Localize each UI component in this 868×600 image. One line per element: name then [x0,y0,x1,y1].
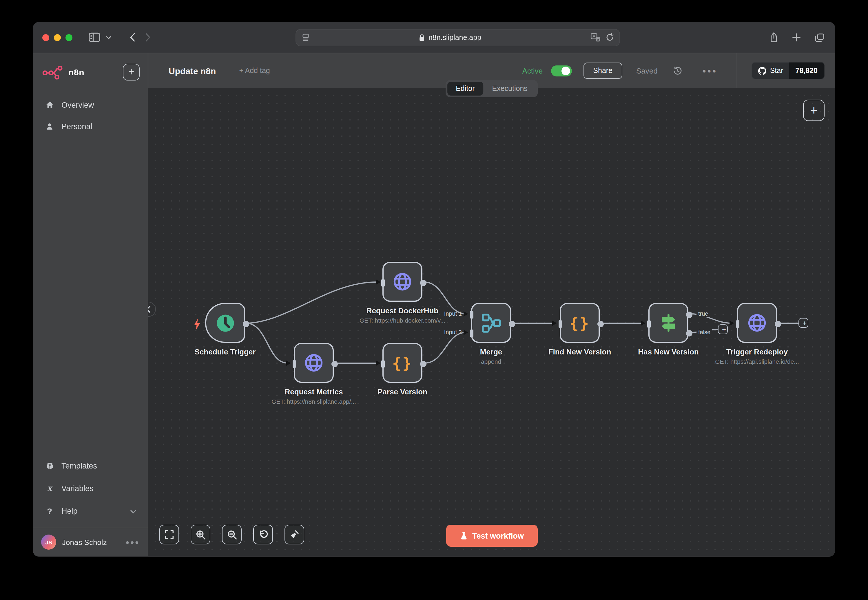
star-count[interactable]: 78,820 [789,62,824,79]
traffic-lights [42,34,73,41]
node-body[interactable] [205,303,245,343]
sidebar-menu-top: Overview Personal [33,94,148,137]
sidebar-item-overview[interactable]: Overview [38,94,143,115]
zoom-out-icon [227,530,237,539]
variable-x-icon: x [45,483,55,494]
output-port[interactable] [331,361,338,367]
browser-toolbar: n8n.sliplane.app Aa [33,22,835,53]
history-icon [673,66,683,76]
test-workflow-button[interactable]: Test workflow [446,525,538,547]
back-button[interactable] [129,32,136,43]
node-trigger-redeploy[interactable]: Trigger Redeploy GET: https://api.slipla… [737,303,777,343]
output-port[interactable] [509,321,515,327]
output-port-false[interactable] [686,330,692,336]
sidebar-chevron-button[interactable] [105,35,112,40]
workflow-title[interactable]: Update n8n [168,66,216,76]
sidebar-menu-bottom: Templates x Variables ? Help [33,456,148,522]
active-toggle[interactable] [551,65,572,76]
output-port-true[interactable] [686,312,692,318]
view-tabs: Editor Executions [445,80,538,97]
zoom-in-button[interactable] [191,525,210,544]
undo-icon [258,530,268,539]
input-port[interactable] [736,320,739,328]
flask-icon [460,531,467,540]
sidebar-item-personal[interactable]: Personal [38,117,143,137]
sidebar-toggle-button[interactable] [88,31,102,44]
node-subtitle: GET: https://n8n.sliplane.app/... [244,398,383,405]
node-schedule-trigger[interactable]: Schedule Trigger [205,303,245,343]
input-port[interactable] [293,360,296,368]
reader-icon[interactable] [301,33,310,42]
maximize-window-button[interactable] [65,34,73,41]
workflow-history-button[interactable] [669,65,686,76]
node-body[interactable] [294,343,334,383]
output-port[interactable] [420,280,426,286]
node-label: Trigger Redeploy [690,347,824,356]
add-workflow-button[interactable]: + [123,64,140,80]
tab-overview-button[interactable] [813,32,826,43]
more-options-button[interactable]: ●●● [699,67,721,75]
add-node-button[interactable]: + [803,100,824,121]
sidebar-item-label: Variables [61,484,94,492]
input-port-1[interactable] [470,311,473,318]
input-port[interactable] [558,320,562,328]
github-star-button[interactable]: Star [751,62,789,79]
tab-editor[interactable]: Editor [447,82,483,95]
tidy-up-button[interactable] [284,525,304,544]
node-body[interactable]: {} [560,303,600,343]
output-port[interactable] [775,321,781,327]
input-port[interactable] [381,360,385,368]
node-parse-version[interactable]: {} Parse Version [382,343,422,383]
close-window-button[interactable] [42,34,49,41]
github-star-widget[interactable]: Star 78,820 [751,62,824,79]
node-body[interactable] [382,262,422,302]
sidebar-spacer [33,137,148,444]
tab-executions[interactable]: Executions [484,82,536,95]
output-port[interactable] [243,321,249,327]
input-port[interactable] [647,320,651,328]
address-bar[interactable]: n8n.sliplane.app Aa [296,29,620,46]
sidebar-item-help[interactable]: ? Help [38,500,143,522]
add-node-after-redeploy-button[interactable]: + [798,318,808,328]
plus-icon [792,33,801,42]
reset-zoom-button[interactable] [253,525,273,544]
if-true-label: true [697,311,710,317]
sidebar-panel-icon [89,32,100,42]
input-port-2[interactable] [470,330,473,337]
node-request-dockerhub[interactable]: Request DockerHub GET: https://hub.docke… [382,262,422,302]
input-port[interactable] [381,279,385,287]
add-node-false-branch-button[interactable]: + [718,324,728,334]
zoom-out-button[interactable] [222,525,241,544]
share-page-button[interactable] [768,31,779,44]
node-body[interactable] [737,303,777,343]
node-has-new-version[interactable]: Has New Version [648,303,688,343]
sidebar-item-label: Help [61,507,77,515]
node-label: Parse Version [336,388,469,396]
new-tab-button[interactable] [791,32,802,43]
node-body[interactable] [648,303,688,343]
share-workflow-button[interactable]: Share [583,62,622,79]
share-icon [769,32,778,43]
add-tag-button[interactable]: + Add tag [239,67,270,75]
test-workflow-label: Test workflow [472,531,524,540]
node-body[interactable] [471,303,511,343]
node-find-new-version[interactable]: {} Find New Version [560,303,600,343]
reload-icon[interactable] [605,33,614,42]
sidebar-item-variables[interactable]: x Variables [38,477,143,499]
chevron-down-icon [131,507,136,515]
translate-icon[interactable]: Aa [590,33,601,42]
node-body[interactable]: {} [382,343,422,383]
output-port[interactable] [597,321,604,327]
node-request-metrics[interactable]: Request Metrics GET: https://n8n.sliplan… [294,343,334,383]
workflow-canvas[interactable]: Input 1 Input 2 true false Schedule Trig… [148,88,835,556]
minimize-window-button[interactable] [54,34,61,41]
sidebar-item-templates[interactable]: Templates [38,456,143,476]
avatar: JS [41,535,56,550]
forward-button[interactable] [144,32,152,43]
node-merge[interactable]: Merge append [471,303,511,343]
user-footer[interactable]: JS Jonas Scholz ●●● [33,527,148,556]
user-menu-button[interactable]: ●●● [126,539,140,545]
clock-icon [214,312,236,334]
n8n-app: n8n + Overview Personal Templates [33,53,835,556]
fit-view-button[interactable] [159,525,179,544]
